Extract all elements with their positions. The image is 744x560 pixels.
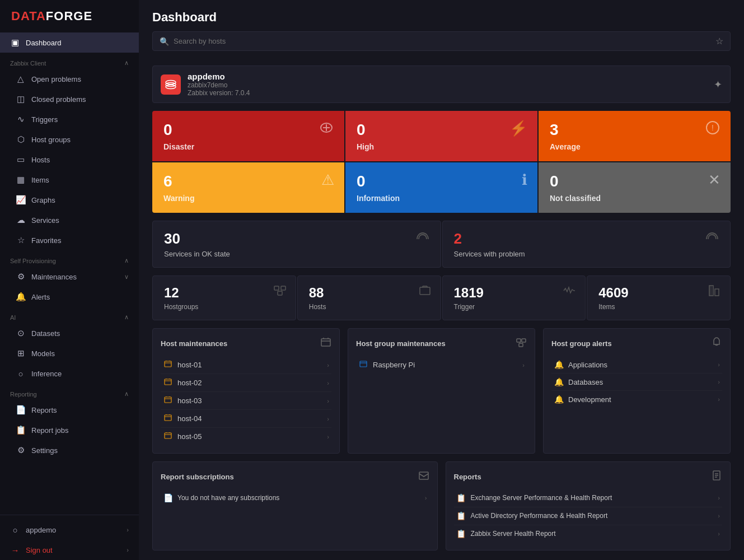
settings-icon: ⚙ xyxy=(16,445,26,455)
report-label-1: Exchange Server Performance & Health Rep… xyxy=(471,493,714,503)
report-item-2[interactable]: 📋 Active Directory Performance & Health … xyxy=(454,507,723,525)
search-icon: 🔍 xyxy=(160,37,169,46)
sidebar-item-datasets[interactable]: ⊙ Datasets xyxy=(0,323,139,343)
hostgroups-label: Hostgroups xyxy=(164,303,284,311)
alert-label-2: Databases xyxy=(568,378,713,386)
services-ok-icon xyxy=(415,229,431,248)
sidebar-item-host-groups[interactable]: ⬡ Host groups xyxy=(0,129,139,150)
sidebar-item-graphs[interactable]: 📈 Graphs xyxy=(0,190,139,210)
selfprov-section-chevron[interactable]: ∧ xyxy=(124,257,129,264)
host-item-label-5: host-05 xyxy=(177,432,322,441)
sidebar-item-hosts[interactable]: ▭ Hosts xyxy=(0,150,139,170)
svg-rect-12 xyxy=(321,339,330,346)
severity-warning-card[interactable]: 6 Warning ⚠ xyxy=(152,162,344,213)
services-problem-count: 2 xyxy=(454,230,719,248)
ai-section-chevron[interactable]: ∧ xyxy=(124,314,129,321)
sidebar-item-signout[interactable]: → Sign out › xyxy=(0,540,139,560)
sidebar-item-favorites[interactable]: ☆ Favorites xyxy=(0,230,139,250)
app-settings-icon[interactable]: ✦ xyxy=(714,78,722,91)
sidebar-item-models[interactable]: ⊞ Models xyxy=(0,343,139,363)
maintenances-icon: ⚙ xyxy=(16,272,26,282)
sidebar-item-closed-problems[interactable]: ◫ Closed problems xyxy=(0,89,139,109)
alerts-icon: 🔔 xyxy=(16,292,26,302)
severity-information-card[interactable]: 0 Information ℹ xyxy=(345,162,537,213)
host-item-icon-3 xyxy=(163,396,173,405)
notclassified-count: 0 xyxy=(550,172,719,190)
services-ok-card[interactable]: 30 Services in OK state xyxy=(152,221,441,268)
report-label-3: Zabbix Server Health Report xyxy=(471,529,714,539)
reports-icon: 📄 xyxy=(16,405,26,415)
severity-disaster-card[interactable]: 0 Disaster xyxy=(152,111,344,161)
hostgroups-count: 12 xyxy=(164,285,284,301)
sidebar-item-alerts[interactable]: 🔔 Alerts xyxy=(0,287,139,307)
sidebar-section-ai: AI ∧ xyxy=(0,307,139,323)
host-item-arrow-2: › xyxy=(327,380,329,386)
sidebar-item-dashboard[interactable]: ▣ Dashboard xyxy=(0,32,139,53)
app-info-bar: appdemo zabbix7demo Zabbix version: 7.0.… xyxy=(152,66,731,103)
severity-high-card[interactable]: 0 High ⚡ xyxy=(345,111,537,161)
stat-hostgroups-card[interactable]: 12 Hostgroups xyxy=(152,276,296,320)
sidebar-item-appdemo[interactable]: ○ appdemo › xyxy=(0,520,139,540)
main-scroll: appdemo zabbix7demo Zabbix version: 7.0.… xyxy=(139,66,744,560)
host-maintenance-item-5[interactable]: host-05 › xyxy=(161,428,331,445)
sidebar-item-report-jobs[interactable]: 📋 Report jobs xyxy=(0,420,139,440)
host-group-alerts-widget: Host group alerts 🔔 Applications › 🔔 xyxy=(543,328,731,454)
svg-rect-22 xyxy=(419,472,428,479)
severity-notclassified-card[interactable]: 0 Not classified ✕ xyxy=(539,162,731,213)
severity-grid: 0 Disaster 0 High ⚡ 3 Average xyxy=(152,111,731,213)
host-group-maintenances-title: Host group maintenances xyxy=(356,339,446,348)
report-subscriptions-empty[interactable]: 📄 You do not have any subscriptions › xyxy=(161,489,429,507)
host-group-item-1[interactable]: Raspberry Pi › xyxy=(356,356,527,374)
host-group-alerts-header: Host group alerts xyxy=(551,337,722,351)
datasets-icon: ⊙ xyxy=(16,328,26,338)
stat-items-card[interactable]: 4609 Items xyxy=(587,276,731,320)
sidebar-item-settings[interactable]: ⚙ Settings xyxy=(0,440,139,460)
sidebar-section-selfprov: Self Provisioning ∧ xyxy=(0,250,139,267)
high-icon: ⚡ xyxy=(509,120,527,137)
host-maintenances-widget: Host maintenances xyxy=(152,328,340,454)
warning-label: Warning xyxy=(163,194,333,203)
stat-trigger-card[interactable]: 1819 Trigger xyxy=(442,276,586,320)
severity-average-card[interactable]: 3 Average ! xyxy=(539,111,731,161)
alert-bell-icon-2: 🔔 xyxy=(554,377,564,386)
reports-title: Reports xyxy=(454,473,481,481)
host-maintenance-item-3[interactable]: host-03 › xyxy=(161,392,331,410)
main-header: Dashboard 🔍 ☆ xyxy=(139,0,744,66)
host-group-alert-item-2[interactable]: 🔔 Databases › xyxy=(551,374,722,391)
hosts-label: Hosts xyxy=(309,303,429,311)
sidebar-item-open-problems[interactable]: △ Open problems xyxy=(0,69,139,89)
warning-icon: ⚠ xyxy=(321,171,334,189)
host-group-alert-item-3[interactable]: 🔔 Development › xyxy=(551,391,722,408)
sidebar-item-reports[interactable]: 📄 Reports xyxy=(0,400,139,420)
sidebar-item-triggers[interactable]: ∿ Triggers xyxy=(0,109,139,129)
sidebar-item-maintenances[interactable]: ⚙ Maintenances ∨ xyxy=(0,267,139,287)
host-maintenance-item-4[interactable]: host-04 › xyxy=(161,410,331,428)
favorite-star-icon[interactable]: ☆ xyxy=(715,36,723,46)
logo-forge: FORGE xyxy=(46,9,92,23)
report-item-3[interactable]: 📋 Zabbix Server Health Report › xyxy=(454,525,723,543)
report-item-1[interactable]: 📋 Exchange Server Performance & Health R… xyxy=(454,489,723,507)
hosts-count: 88 xyxy=(309,285,429,301)
host-maintenance-item-2[interactable]: host-02 › xyxy=(161,374,331,392)
stat-hosts-card[interactable]: 88 Hosts xyxy=(297,276,441,320)
svg-rect-6 xyxy=(281,286,286,290)
host-group-alert-item-1[interactable]: 🔔 Applications › xyxy=(551,356,722,374)
svg-rect-15 xyxy=(165,397,171,403)
services-problem-card[interactable]: 2 Services with problem xyxy=(442,221,731,268)
dashboard-icon: ▣ xyxy=(10,38,20,48)
reporting-section-chevron[interactable]: ∧ xyxy=(124,390,129,398)
favorites-icon: ☆ xyxy=(16,235,26,245)
search-input[interactable] xyxy=(174,37,711,45)
sidebar-item-items[interactable]: ▦ Items xyxy=(0,170,139,190)
sidebar-item-services[interactable]: ☁ Services xyxy=(0,210,139,230)
host-maintenance-item-1[interactable]: host-01 › xyxy=(161,356,331,374)
logo: DATAFORGE xyxy=(0,0,139,32)
models-icon: ⊞ xyxy=(16,348,26,358)
zabbix-section-chevron[interactable]: ∧ xyxy=(124,59,129,67)
app-sub1: zabbix7demo xyxy=(188,81,707,89)
reports-widget-icon xyxy=(711,470,722,484)
average-icon: ! xyxy=(705,120,720,139)
report-jobs-icon: 📋 xyxy=(16,425,26,435)
sidebar-item-inference[interactable]: ○ Inference xyxy=(0,363,139,384)
subscriptions-empty-label: You do not have any subscriptions xyxy=(177,493,420,503)
